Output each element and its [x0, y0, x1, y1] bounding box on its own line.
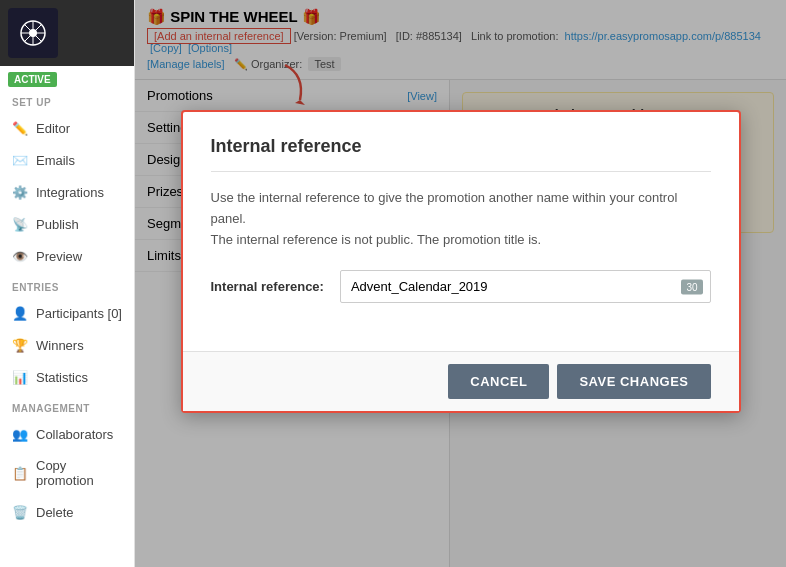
modal-input-wrap: 30	[340, 270, 711, 303]
entries-section-label: ENTRIES	[0, 272, 134, 297]
modal-description-line1: Use the internal reference to give the p…	[211, 190, 678, 226]
management-section-label: MANAGEMENT	[0, 393, 134, 418]
sidebar-item-editor-label: Editor	[36, 121, 70, 136]
sidebar-item-integrations[interactable]: ⚙️ Integrations	[0, 176, 134, 208]
winners-icon: 🏆	[12, 337, 28, 353]
save-changes-button[interactable]: SAVE CHANGES	[557, 364, 710, 399]
char-count-badge: 30	[681, 279, 702, 294]
sidebar-item-copy-promotion-label: Copy promotion	[36, 458, 122, 488]
modal-title: Internal reference	[211, 136, 711, 172]
internal-reference-input[interactable]	[340, 270, 711, 303]
sidebar-item-publish[interactable]: 📡 Publish	[0, 208, 134, 240]
modal-body: Internal reference Use the internal refe…	[183, 112, 739, 351]
setup-section-label: SET UP	[0, 87, 134, 112]
sidebar: ACTIVE SET UP ✏️ Editor ✉️ Emails ⚙️ Int…	[0, 0, 135, 567]
sidebar-item-delete-label: Delete	[36, 505, 74, 520]
editor-icon: ✏️	[12, 120, 28, 136]
sidebar-item-preview[interactable]: 👁️ Preview	[0, 240, 134, 272]
sidebar-item-statistics-label: Statistics	[36, 370, 88, 385]
main-content: 🎁 SPIN THE WHEEL 🎁 [Add an internal refe…	[135, 0, 786, 567]
publish-icon: 📡	[12, 216, 28, 232]
sidebar-item-integrations-label: Integrations	[36, 185, 104, 200]
statistics-icon: 📊	[12, 369, 28, 385]
collaborators-icon: 👥	[12, 426, 28, 442]
sidebar-item-editor[interactable]: ✏️ Editor	[0, 112, 134, 144]
sidebar-item-delete[interactable]: 🗑️ Delete	[0, 496, 134, 528]
modal-actions: CANCEL SAVE CHANGES	[183, 351, 739, 411]
integrations-icon: ⚙️	[12, 184, 28, 200]
sidebar-item-emails-label: Emails	[36, 153, 75, 168]
sidebar-header	[0, 0, 134, 66]
modal-description-line2: The internal reference is not public. Th…	[211, 232, 542, 247]
sidebar-item-participants[interactable]: 👤 Participants [0]	[0, 297, 134, 329]
field-label: Internal reference:	[211, 279, 324, 294]
sidebar-item-copy-promotion[interactable]: 📋 Copy promotion	[0, 450, 134, 496]
sidebar-item-preview-label: Preview	[36, 249, 82, 264]
sidebar-item-collaborators[interactable]: 👥 Collaborators	[0, 418, 134, 450]
modal-field: Internal reference: 30	[211, 270, 711, 303]
preview-icon: 👁️	[12, 248, 28, 264]
emails-icon: ✉️	[12, 152, 28, 168]
sidebar-item-winners[interactable]: 🏆 Winners	[0, 329, 134, 361]
participants-icon: 👤	[12, 305, 28, 321]
sidebar-item-participants-label: Participants [0]	[36, 306, 122, 321]
sidebar-logo	[8, 8, 58, 58]
sidebar-item-publish-label: Publish	[36, 217, 79, 232]
copy-promotion-icon: 📋	[12, 465, 28, 481]
internal-reference-modal: Internal reference Use the internal refe…	[181, 110, 741, 413]
app-container: ACTIVE SET UP ✏️ Editor ✉️ Emails ⚙️ Int…	[0, 0, 786, 567]
modal-overlay: Internal reference Use the internal refe…	[135, 0, 786, 567]
sidebar-item-statistics[interactable]: 📊 Statistics	[0, 361, 134, 393]
sidebar-item-emails[interactable]: ✉️ Emails	[0, 144, 134, 176]
modal-description: Use the internal reference to give the p…	[211, 188, 711, 250]
cancel-button[interactable]: CANCEL	[448, 364, 549, 399]
active-badge: ACTIVE	[8, 72, 57, 87]
delete-icon: 🗑️	[12, 504, 28, 520]
sidebar-item-winners-label: Winners	[36, 338, 84, 353]
sidebar-item-collaborators-label: Collaborators	[36, 427, 113, 442]
